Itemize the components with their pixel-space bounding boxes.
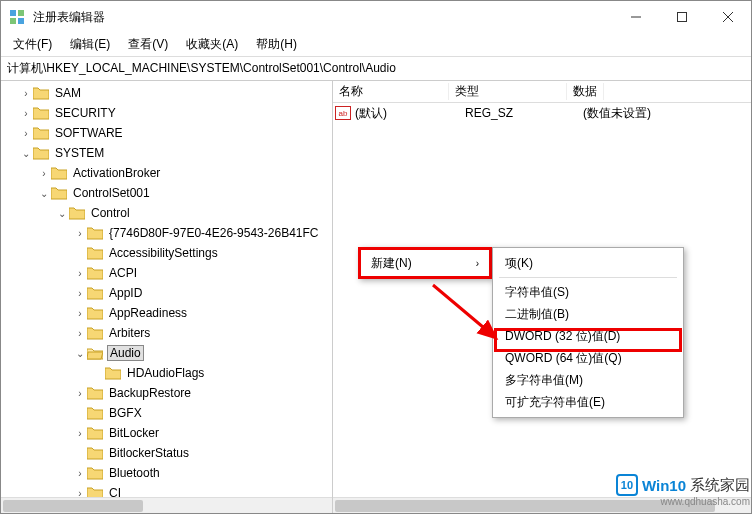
scrollbar-thumb[interactable] [335,500,715,512]
value-type: REG_SZ [465,106,583,120]
tree-item-control[interactable]: ⌄Control [1,203,332,223]
menu-separator [499,277,677,278]
menu-item-qword[interactable]: QWORD (64 位)值(Q) [493,347,683,369]
menu-item-binary[interactable]: 二进制值(B) [493,303,683,325]
menu-favorites[interactable]: 收藏夹(A) [178,34,246,55]
folder-icon [33,106,49,120]
chevron-right-icon[interactable]: › [73,428,87,439]
menu-help[interactable]: 帮助(H) [248,34,305,55]
context-submenu-new: 项(K) 字符串值(S) 二进制值(B) DWORD (32 位)值(D) QW… [492,247,684,418]
chevron-right-icon[interactable]: › [37,168,51,179]
folder-icon [87,286,103,300]
horizontal-scrollbar[interactable] [1,497,332,513]
value-name: (默认) [355,105,465,122]
menu-item-string[interactable]: 字符串值(S) [493,281,683,303]
folder-icon [105,366,121,380]
watermark-url: www.qdhuasha.com [661,496,751,507]
value-row-default[interactable]: ab (默认) REG_SZ (数值未设置) [333,103,751,123]
menu-edit[interactable]: 编辑(E) [62,34,118,55]
menu-item-expandstring[interactable]: 可扩充字符串值(E) [493,391,683,413]
menu-item-dword[interactable]: DWORD (32 位)值(D) [493,325,683,347]
chevron-right-icon[interactable]: › [73,388,87,399]
menu-item-label: 新建(N) [371,255,412,272]
folder-icon [33,86,49,100]
tree-item-hdaudioflags[interactable]: HDAudioFlags [1,363,332,383]
folder-icon [87,426,103,440]
scrollbar-thumb[interactable] [3,500,143,512]
tree-item-bitlocker[interactable]: ›BitLocker [1,423,332,443]
watermark-text-2: 系统家园 [690,476,750,495]
folder-icon [33,126,49,140]
folder-icon [51,186,67,200]
folder-icon [87,466,103,480]
chevron-down-icon[interactable]: ⌄ [37,188,51,199]
tree-item-software[interactable]: ›SOFTWARE [1,123,332,143]
close-button[interactable] [705,1,751,33]
chevron-right-icon[interactable]: › [73,468,87,479]
chevron-right-icon[interactable]: › [19,108,33,119]
col-type[interactable]: 类型 [449,83,567,100]
chevron-right-icon[interactable]: › [73,268,87,279]
tree-item-arbiters[interactable]: ›Arbiters [1,323,332,343]
tree-item-system[interactable]: ⌄SYSTEM [1,143,332,163]
folder-icon [87,266,103,280]
tree-item-bluetooth[interactable]: ›Bluetooth [1,463,332,483]
tree-item-appid[interactable]: ›AppID [1,283,332,303]
tree-item-audio[interactable]: ⌄Audio [1,343,332,363]
window-title: 注册表编辑器 [33,9,613,26]
context-menu-primary: 新建(N) › [358,247,492,279]
minimize-button[interactable] [613,1,659,33]
folder-icon [87,246,103,260]
menu-view[interactable]: 查看(V) [120,34,176,55]
tree-item-security[interactable]: ›SECURITY [1,103,332,123]
menu-item-multistring[interactable]: 多字符串值(M) [493,369,683,391]
svg-rect-2 [10,18,16,24]
tree-item-sam[interactable]: ›SAM [1,83,332,103]
svg-rect-0 [10,10,16,16]
menu-file[interactable]: 文件(F) [5,34,60,55]
column-headers: 名称 类型 数据 [333,81,751,103]
folder-icon [51,166,67,180]
string-value-icon: ab [335,106,351,120]
tree-item-activationbroker[interactable]: ›ActivationBroker [1,163,332,183]
svg-rect-5 [678,13,687,22]
tree-item-bgfx[interactable]: BGFX [1,403,332,423]
watermark-text-1: Win10 [642,477,686,494]
col-name[interactable]: 名称 [333,83,449,100]
app-icon [9,9,25,25]
tree-item-guid[interactable]: ›{7746D80F-97E0-4E26-9543-26B41FC [1,223,332,243]
folder-open-icon [87,346,103,360]
tree-item-accessibility[interactable]: AccessibilitySettings [1,243,332,263]
maximize-button[interactable] [659,1,705,33]
folder-icon [69,206,85,220]
tree-item-controlset001[interactable]: ⌄ControlSet001 [1,183,332,203]
chevron-right-icon[interactable]: › [19,88,33,99]
tree-item-acpi[interactable]: ›ACPI [1,263,332,283]
chevron-right-icon[interactable]: › [19,128,33,139]
col-data[interactable]: 数据 [567,83,604,100]
address-text: 计算机\HKEY_LOCAL_MACHINE\SYSTEM\ControlSet… [7,60,396,77]
folder-icon [87,406,103,420]
folder-icon [87,226,103,240]
tree-item-backuprestore[interactable]: ›BackupRestore [1,383,332,403]
chevron-right-icon[interactable]: › [73,228,87,239]
folder-icon [87,326,103,340]
tree-item-bitlockerstatus[interactable]: BitlockerStatus [1,443,332,463]
chevron-down-icon[interactable]: ⌄ [55,208,69,219]
chevron-down-icon[interactable]: ⌄ [19,148,33,159]
folder-icon [87,386,103,400]
watermark: 10 Win10 系统家园 www.qdhuasha.com [616,474,750,496]
address-bar[interactable]: 计算机\HKEY_LOCAL_MACHINE\SYSTEM\ControlSet… [1,57,751,81]
menu-item-new[interactable]: 新建(N) › [361,250,489,276]
chevron-right-icon[interactable]: › [73,308,87,319]
chevron-right-icon[interactable]: › [73,328,87,339]
menu-item-key[interactable]: 项(K) [493,252,683,274]
chevron-right-icon[interactable]: › [73,288,87,299]
value-data: (数值未设置) [583,105,651,122]
chevron-down-icon[interactable]: ⌄ [73,348,87,359]
svg-rect-1 [18,10,24,16]
folder-icon [87,306,103,320]
svg-rect-3 [18,18,24,24]
chevron-right-icon: › [476,258,479,269]
tree-item-appreadiness[interactable]: ›AppReadiness [1,303,332,323]
